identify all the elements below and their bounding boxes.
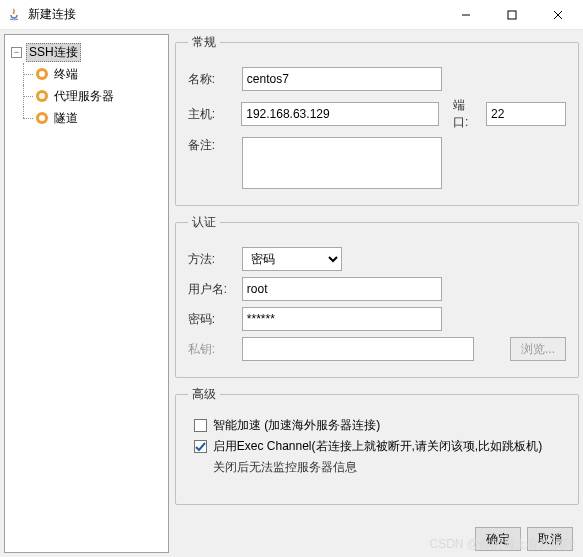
tree-item-label: 代理服务器	[52, 88, 116, 105]
group-general: 常规 名称: 主机: 端口: 备注:	[175, 34, 579, 206]
port-input[interactable]	[486, 102, 566, 126]
label-port: 端口:	[453, 97, 480, 131]
label-host: 主机:	[188, 106, 235, 123]
checkbox-accel[interactable]	[194, 419, 207, 432]
label-key: 私钥:	[188, 341, 236, 358]
tree-item-label: 隧道	[52, 110, 80, 127]
label-pass: 密码:	[188, 311, 236, 328]
node-icon	[36, 112, 48, 124]
svg-rect-1	[508, 11, 516, 19]
user-input[interactable]	[242, 277, 442, 301]
maximize-button[interactable]	[489, 0, 535, 30]
legend-general: 常规	[188, 34, 220, 51]
legend-auth: 认证	[188, 214, 220, 231]
label-remark: 备注:	[188, 137, 236, 154]
title-bar: 新建连接	[0, 0, 583, 30]
legend-advanced: 高级	[188, 386, 220, 403]
host-input[interactable]	[241, 102, 439, 126]
tree-root[interactable]: − SSH连接	[9, 41, 164, 63]
browse-button: 浏览...	[510, 337, 566, 361]
tree-item-terminal[interactable]: 终端	[9, 63, 164, 85]
checkbox-exec[interactable]	[194, 440, 207, 453]
group-auth: 认证 方法: 密码 用户名: 密码: 私钥: 浏览...	[175, 214, 579, 378]
checkbox-row-exec[interactable]: 启用Exec Channel(若连接上就被断开,请关闭该项,比如跳板机)	[194, 438, 566, 455]
tree-item-label: 终端	[52, 66, 80, 83]
remark-input[interactable]	[242, 137, 442, 189]
checkbox-row-accel[interactable]: 智能加速 (加速海外服务器连接)	[194, 417, 566, 434]
name-input[interactable]	[242, 67, 442, 91]
window-title: 新建连接	[28, 6, 76, 23]
close-button[interactable]	[535, 0, 581, 30]
pass-input[interactable]	[242, 307, 442, 331]
advanced-note: 关闭后无法监控服务器信息	[213, 459, 566, 476]
collapse-icon[interactable]: −	[11, 47, 22, 58]
tree-item-tunnel[interactable]: 隧道	[9, 107, 164, 129]
label-name: 名称:	[188, 71, 236, 88]
tree-item-proxy[interactable]: 代理服务器	[9, 85, 164, 107]
label-method: 方法:	[188, 251, 236, 268]
label-user: 用户名:	[188, 281, 236, 298]
java-icon	[6, 7, 22, 23]
minimize-button[interactable]	[443, 0, 489, 30]
node-icon	[36, 90, 48, 102]
node-icon	[36, 68, 48, 80]
group-advanced: 高级 智能加速 (加速海外服务器连接) 启用Exec Channel(若连接上就…	[175, 386, 579, 505]
tree-pane: − SSH连接 终端 代理服务器 隧道	[4, 34, 169, 553]
checkbox-exec-label: 启用Exec Channel(若连接上就被断开,请关闭该项,比如跳板机)	[213, 438, 542, 455]
cancel-button[interactable]: 取消	[527, 527, 573, 551]
checkbox-accel-label: 智能加速 (加速海外服务器连接)	[213, 417, 380, 434]
tree-root-label: SSH连接	[26, 43, 81, 62]
method-select[interactable]: 密码	[242, 247, 342, 271]
key-input	[242, 337, 474, 361]
ok-button[interactable]: 确定	[475, 527, 521, 551]
